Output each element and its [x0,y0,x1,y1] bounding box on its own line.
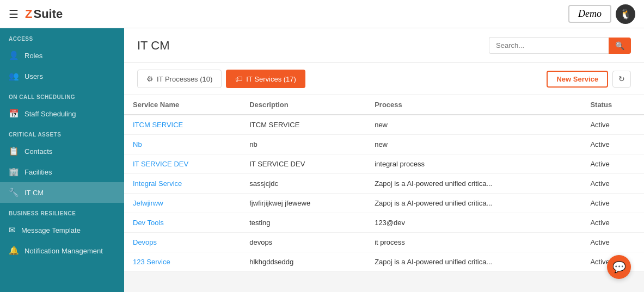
cell-service-name[interactable]: Integral Service [124,174,241,194]
cell-description: fjwfirjijkwej jfewewe [241,194,366,213]
col-header-description: Description [241,95,366,115]
sidebar-item-staff-scheduling[interactable]: 📅 Staff Scheduling [0,103,124,124]
sidebar-section-oncall: ON CALL SCHEDULING 📅 Staff Scheduling [0,86,124,124]
cell-service-name[interactable]: Dev Tools [124,213,241,233]
page-title: IT CM [137,39,169,53]
service-link[interactable]: ITCM SERVICE [133,121,183,129]
table-row: Dev Toolstesting123@devActive [124,213,644,233]
sidebar-item-users[interactable]: 👥 Users [0,66,124,86]
tab-it-processes-label: IT Processes (10) [157,75,212,83]
sidebar-item-facilities[interactable]: 🏢 Facilities [0,161,124,182]
cell-status: Active [581,213,644,233]
table-row: 123 ServicehlkhgddseddgZapoj is a AI-pow… [124,252,644,272]
logo-z: Z [25,7,32,21]
cell-service-name[interactable]: IT SERVICE DEV [124,154,241,174]
sidebar-item-roles[interactable]: 👤 Roles [0,45,124,66]
sidebar-section-business: BUSINESS RESILIENCE ✉ Message Template 🔔… [0,203,124,261]
section-label-access: ACCESS [0,28,124,45]
roles-icon: 👤 [9,51,19,60]
sidebar-item-label-staff: Staff Scheduling [24,110,76,118]
cell-process: Zapoj is a AI-powered unified critica... [366,252,581,272]
cell-service-name[interactable]: Jefwjirww [124,194,241,213]
cell-service-name[interactable]: 123 Service [124,252,241,272]
section-label-business: BUSINESS RESILIENCE [0,203,124,220]
service-link[interactable]: Dev Tools [133,219,164,227]
tabs: ⚙ IT Processes (10) 🏷 IT Services (17) [137,70,305,88]
table-row: Devopsdevopsit processActive [124,233,644,252]
cell-status: Active [581,174,644,194]
table-row: ITCM SERVICEITCM SERVICEnewActive [124,115,644,135]
sidebar-item-itcm[interactable]: 🔧 IT CM [0,182,124,203]
sidebar: ACCESS 👤 Roles 👥 Users ON CALL SCHEDULIN… [0,28,124,292]
search-input[interactable] [489,37,609,54]
cell-process: integral process [366,154,581,174]
cell-service-name[interactable]: Devops [124,233,241,252]
notification-icon: 🔔 [9,246,19,256]
cell-status: Active [581,194,644,213]
tab-actions: New Service ↻ [547,71,631,88]
user-avatar[interactable]: 🐧 [616,4,635,24]
service-link[interactable]: Nb [133,140,142,148]
table-row: NbnbnewActive [124,135,644,154]
col-header-service-name: Service Name [124,95,241,115]
contacts-icon: 📋 [9,146,19,156]
service-link[interactable]: 123 Service [133,258,170,266]
new-service-button[interactable]: New Service [547,71,608,88]
itcm-icon: 🔧 [9,188,19,197]
cell-status: Active [581,115,644,135]
cell-process: it process [366,233,581,252]
cell-service-name[interactable]: Nb [124,135,241,154]
sidebar-item-label-itcm: IT CM [24,189,44,197]
cell-process: Zapoj is a AI-powered unified critica... [366,174,581,194]
topbar-right: Demo 🐧 [568,4,635,24]
sidebar-section-critical-assets: CRITICAL ASSETS 📋 Contacts 🏢 Facilities … [0,124,124,203]
main-header: IT CM 🔍 [124,28,644,63]
table-header-row: Service Name Description Process Status [124,95,644,115]
sidebar-item-message-template[interactable]: ✉ Message Template [0,220,124,240]
sidebar-item-label-facilities: Facilities [24,168,52,176]
topbar: ☰ Z Suite Demo 🐧 [0,0,644,28]
sidebar-item-label-message-template: Message Template [21,226,81,234]
tab-it-services-label: IT Services (17) [246,75,296,83]
chat-float-button[interactable]: 💬 [607,255,631,279]
service-link[interactable]: Integral Service [133,179,182,188]
table-row: Jefwjirwwfjwfirjijkwej jfeweweZapoj is a… [124,194,644,213]
services-table-container: Service Name Description Process Status … [124,95,644,272]
service-link[interactable]: Jefwjirww [133,199,163,207]
service-link[interactable]: Devops [133,238,157,246]
cell-description: IT SERVICE DEV [241,154,366,174]
service-link[interactable]: IT SERVICE DEV [133,160,188,168]
cell-service-name[interactable]: ITCM SERVICE [124,115,241,135]
cell-description: hlkhgddseddg [241,252,366,272]
col-header-status: Status [581,95,644,115]
cell-description: sassjcjdc [241,174,366,194]
search-button[interactable]: 🔍 [609,38,631,54]
sidebar-item-label-notification-management: Notification Management [24,247,103,255]
demo-badge: Demo [568,5,611,23]
section-label-oncall: ON CALL SCHEDULING [0,86,124,103]
search-area: 🔍 [489,37,631,54]
sidebar-item-contacts[interactable]: 📋 Contacts [0,141,124,161]
table-row: IT SERVICE DEVIT SERVICE DEVintegral pro… [124,154,644,174]
cell-description: devops [241,233,366,252]
sidebar-item-label-contacts: Contacts [24,147,52,156]
sidebar-item-notification-management[interactable]: 🔔 Notification Management [0,240,124,261]
cell-status: Active [581,135,644,154]
cell-description: nb [241,135,366,154]
cell-process: new [366,135,581,154]
cell-process: new [366,115,581,135]
cell-description: testing [241,213,366,233]
message-template-icon: ✉ [9,225,16,235]
app-logo: Z Suite [25,7,63,21]
tab-it-services[interactable]: 🏷 IT Services (17) [226,70,305,88]
tab-it-processes[interactable]: ⚙ IT Processes (10) [137,70,222,88]
cell-process: Zapoj is a AI-powered unified critica... [366,194,581,213]
tabs-area: ⚙ IT Processes (10) 🏷 IT Services (17) N… [124,63,644,95]
section-label-critical: CRITICAL ASSETS [0,124,124,141]
refresh-button[interactable]: ↻ [612,71,631,88]
cell-description: ITCM SERVICE [241,115,366,135]
hamburger-menu[interactable]: ☰ [9,8,19,21]
facilities-icon: 🏢 [9,167,19,177]
services-table: Service Name Description Process Status … [124,95,644,272]
main-content: IT CM 🔍 ⚙ IT Processes (10) 🏷 IT Service… [124,28,644,292]
